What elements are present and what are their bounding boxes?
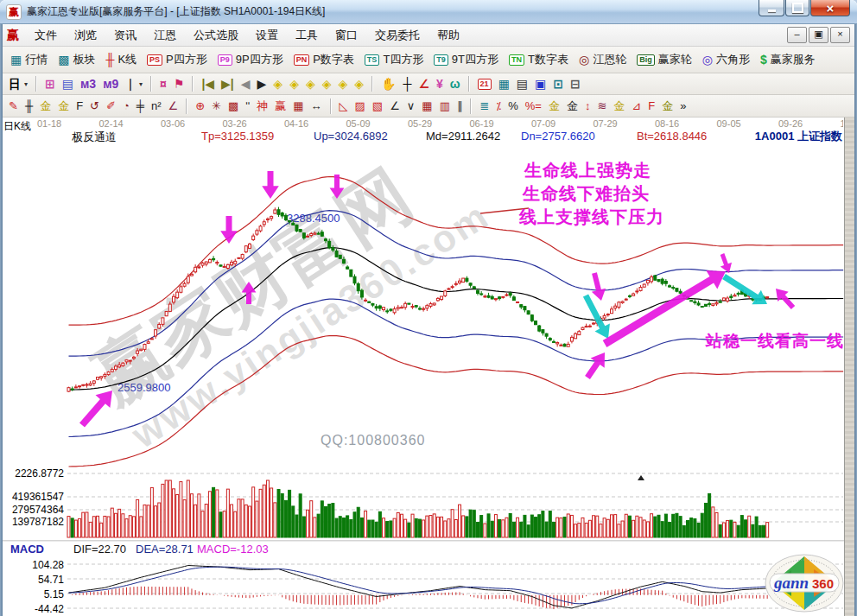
- percent-retrace-tool[interactable]: ⁒: [492, 98, 505, 114]
- brain-analysis-button[interactable]: ω: [447, 76, 464, 92]
- candle-style-selector[interactable]: ❘▾: [122, 76, 146, 92]
- menu-item-3[interactable]: 资讯: [105, 27, 145, 43]
- gann-wheel-button[interactable]: ◎江恩轮: [574, 51, 632, 68]
- width-measure-tool[interactable]: ↔: [308, 98, 326, 114]
- flag-mark-button[interactable]: ⚑: [170, 76, 188, 92]
- market-quotes-button[interactable]: ▦行情: [5, 51, 53, 68]
- nav-first-button[interactable]: |◀: [198, 76, 218, 92]
- minor-wave-9-button[interactable]: ᴍ9: [99, 76, 122, 92]
- calculator-button[interactable]: ▦: [495, 76, 513, 92]
- candle-style-selector-dropdown-arrow[interactable]: ▾: [139, 80, 143, 88]
- maximize-button[interactable]: [785, 0, 809, 16]
- export-data-button[interactable]: ⊟: [567, 76, 584, 92]
- f-angle-tool[interactable]: F: [644, 98, 658, 114]
- nav-prev-button[interactable]: ◀: [238, 76, 254, 92]
- price-arrow-tool[interactable]: ↕: [581, 98, 594, 114]
- nav-next-button[interactable]: ▶: [254, 76, 270, 92]
- gann-comb-tool[interactable]: ╫: [22, 98, 36, 114]
- t-square-button[interactable]: TST四方形: [359, 51, 428, 68]
- sectors-button[interactable]: ▩板块: [53, 51, 100, 68]
- 9t-square-button[interactable]: T99T四方形: [428, 51, 504, 68]
- hexagon-button[interactable]: ◎六角形: [697, 51, 755, 68]
- n-square-tool[interactable]: n²: [148, 98, 165, 114]
- period-day-selector[interactable]: 日▾: [5, 76, 31, 92]
- time-circle-tool[interactable]: ◔: [119, 98, 133, 114]
- kline-button[interactable]: ╫K线: [100, 51, 142, 68]
- parallel-lines-tool[interactable]: ∥: [454, 98, 467, 114]
- menu-item-1[interactable]: 文件: [26, 27, 66, 43]
- wave-measure-tool[interactable]: ≋: [594, 98, 610, 114]
- menu-item-8[interactable]: 窗口: [327, 27, 366, 43]
- menu-item-4[interactable]: 江恩: [145, 27, 185, 43]
- grid-123-tool[interactable]: ▦: [289, 98, 307, 114]
- bar-stats-tool[interactable]: ≣: [476, 98, 492, 114]
- 9p-square-button[interactable]: P99P四方形: [213, 51, 289, 68]
- draw-pen-tool[interactable]: ✎: [5, 98, 22, 114]
- gann-target-tool[interactable]: ⊕: [192, 98, 208, 114]
- golden-circle-tool[interactable]: 金: [545, 98, 563, 114]
- stock-pool-button[interactable]: ¤: [156, 76, 170, 92]
- notepad-button[interactable]: ▤: [513, 76, 531, 92]
- golden-section-tool[interactable]: 金: [36, 98, 54, 114]
- angle-ruler-tool[interactable]: ∠: [165, 98, 182, 114]
- percent-line-tool[interactable]: %: [505, 98, 522, 114]
- time-ruler-tool[interactable]: ╪: [133, 98, 148, 114]
- p-number-table-button[interactable]: PNP数字表: [289, 51, 359, 68]
- winner-service-button[interactable]: $赢家服务: [755, 51, 821, 68]
- diamond-vertical-button[interactable]: ◈: [319, 76, 335, 92]
- info-list-button[interactable]: ▤: [59, 76, 77, 92]
- winner-tool[interactable]: 赢: [271, 98, 289, 114]
- golden-band-tool[interactable]: 金: [610, 98, 628, 114]
- golden-extension-tool[interactable]: 金: [54, 98, 73, 114]
- menu-item-7[interactable]: 工具: [287, 27, 327, 43]
- export-image-button[interactable]: ⊡: [549, 76, 567, 92]
- minor-wave-3-button[interactable]: ᴍ3: [77, 76, 99, 92]
- diamond-left-button[interactable]: ◈: [270, 76, 286, 92]
- macd-indicator-label[interactable]: MACD: [10, 543, 44, 556]
- gann-square-grid-tool[interactable]: ▩: [225, 98, 242, 114]
- gann-god-tool[interactable]: 神: [253, 98, 271, 114]
- menu-item-5[interactable]: 公式选股: [185, 27, 247, 43]
- retrace-circle-tool[interactable]: ↺: [86, 98, 103, 114]
- fibonacci-f-tool[interactable]: F: [73, 98, 86, 114]
- nav-last-button[interactable]: ▶|: [218, 76, 238, 92]
- zigzag-tool[interactable]: ∨: [403, 98, 419, 114]
- chart-area[interactable]: [0, 117, 844, 616]
- menu-item-9[interactable]: 交易委托: [366, 27, 428, 43]
- square-grid-3-tool[interactable]: ▥: [436, 98, 454, 114]
- currency-tool-button[interactable]: ¥: [433, 76, 447, 92]
- price-lines-tool[interactable]: ʹʹ: [242, 98, 253, 114]
- more-tools-button[interactable]: »: [676, 98, 689, 114]
- period-day-selector-dropdown-arrow[interactable]: ▾: [24, 80, 28, 88]
- golden-levels-tool[interactable]: 金: [563, 98, 581, 114]
- diamond-expand-button[interactable]: ◈: [334, 76, 351, 92]
- menu-item-10[interactable]: 帮助: [428, 27, 468, 43]
- mdi-close-button[interactable]: ×: [830, 27, 850, 43]
- j-angle-tool[interactable]: ⊿: [628, 98, 644, 114]
- fan-box-tool[interactable]: ▧: [369, 98, 386, 114]
- drag-hand-button[interactable]: ✋: [378, 76, 399, 92]
- gann-star-tool[interactable]: ✳: [208, 98, 225, 114]
- save-button[interactable]: ▣: [531, 76, 549, 92]
- crosshair-button[interactable]: ┼: [400, 76, 416, 92]
- trend-angle-tool[interactable]: ∠: [386, 98, 403, 114]
- diamond-horizontal-button[interactable]: ◈: [302, 76, 319, 92]
- draw-brush-tool[interactable]: ✐: [103, 98, 119, 114]
- angle-pencil-button[interactable]: ∠: [415, 76, 433, 92]
- gold-angle-tool[interactable]: 金: [658, 98, 676, 114]
- square-grid-2-tool[interactable]: ▦: [418, 98, 435, 114]
- p-square-button[interactable]: PSP四方形: [142, 51, 213, 68]
- multi-window-button[interactable]: ⊞: [41, 76, 59, 92]
- fan-square-tool[interactable]: ▨: [352, 98, 369, 114]
- fan-lines-tool[interactable]: ◺: [336, 98, 352, 114]
- minimize-button[interactable]: [759, 0, 784, 16]
- calendar-button[interactable]: 21: [474, 78, 495, 91]
- t-number-table-button[interactable]: TNT数字表: [504, 51, 574, 68]
- diamond-right-button[interactable]: ◈: [286, 76, 302, 92]
- menu-item-2[interactable]: 浏览: [66, 27, 105, 43]
- winner-wheel-button[interactable]: Big赢家轮: [632, 51, 697, 68]
- mdi-restore-button[interactable]: ▣: [809, 27, 828, 43]
- diamond-full-button[interactable]: ◈: [351, 76, 367, 92]
- mdi-minimize-button[interactable]: –: [787, 27, 807, 43]
- menu-item-6[interactable]: 设置: [247, 27, 287, 43]
